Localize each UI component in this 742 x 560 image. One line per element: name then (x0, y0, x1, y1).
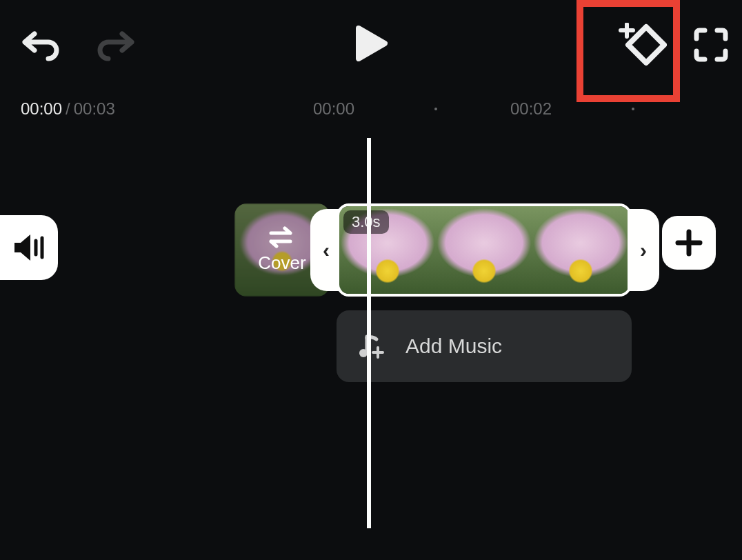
clip-duration-badge: 3.0s (343, 210, 389, 234)
swap-icon (268, 226, 296, 248)
undo-icon (21, 28, 59, 61)
fullscreen-button[interactable] (687, 28, 735, 62)
add-music-button[interactable]: Add Music (337, 310, 632, 382)
redo-button[interactable] (97, 28, 136, 61)
clip-trim-right[interactable]: › (628, 209, 659, 291)
clip-track: Cover ‹ 3.0s › (0, 203, 742, 297)
play-button[interactable] (354, 26, 388, 61)
playhead[interactable] (367, 138, 371, 528)
time-ruler-row: 00:00 / 00:03 00:00 00:02 (0, 90, 742, 128)
add-music-label: Add Music (405, 334, 502, 358)
toolbar-center-group (354, 26, 388, 64)
cover-label: Cover (258, 252, 305, 274)
clip-frame (436, 206, 532, 294)
top-toolbar (0, 0, 742, 90)
clip-frame (532, 206, 629, 294)
ruler-dot (632, 108, 634, 110)
keyframe-button[interactable] (597, 0, 687, 90)
toolbar-left-group (7, 28, 136, 61)
redo-icon (97, 28, 136, 61)
keyframe-icon (617, 23, 667, 67)
ruler-mark-1: 00:02 (510, 99, 552, 119)
ruler-dot (434, 108, 437, 110)
ruler-mark-0: 00:00 (313, 99, 354, 119)
time-current: 00:00 (21, 99, 62, 119)
video-clip[interactable]: 3.0s (337, 203, 632, 297)
time-separator: / (66, 99, 70, 119)
play-icon (354, 26, 388, 61)
undo-button[interactable] (21, 28, 59, 61)
add-clip-button[interactable] (662, 216, 716, 270)
plus-icon (675, 229, 703, 257)
toolbar-right-group (597, 0, 735, 90)
fullscreen-icon (694, 28, 728, 62)
music-plus-icon (357, 332, 385, 360)
time-total: 00:03 (74, 99, 115, 119)
